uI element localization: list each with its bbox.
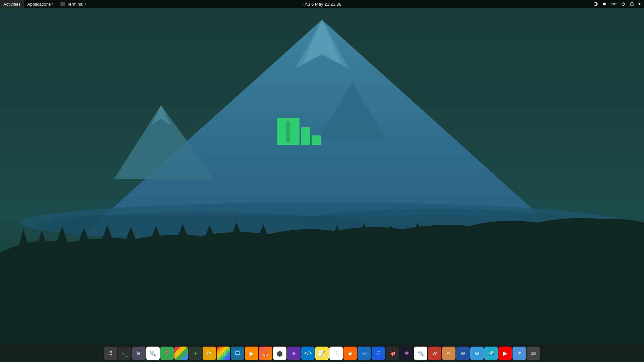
clock-display: Thu 6 May 21:23:38 [303,2,341,7]
lang-arrow: ▾ [615,2,617,6]
applications-arrow: ▾ [52,2,54,6]
chrome-alt-button[interactable] [174,347,188,360]
dock: ⠿>_🖩🔍📍+🗁⬡🖼▶🦊⬤⊕</>📝T◉✉🛡🐙👾🔍W✏W✉🌍▶⚗⌨ [0,345,644,362]
firefox-button[interactable]: 🦊 [259,347,272,360]
svg-text:>_: >_ [61,3,64,6]
octoface-button[interactable]: 👾 [400,347,413,360]
terminal-menu[interactable]: >_ Terminal ▾ [57,0,90,8]
network-icon[interactable] [592,0,600,8]
lookin-button[interactable]: 🔍 [414,347,427,360]
typora-button[interactable]: T [329,347,343,360]
keyboard-button[interactable]: ⌨ [527,347,540,360]
language-label: en [611,2,615,6]
imgviewer-button[interactable]: 🖼 [231,347,244,360]
terminal-arrow: ▾ [85,2,87,6]
topbar: Activities Applications ▾ >_ Terminal ▾ … [0,0,644,8]
stickynotes-button[interactable]: 📝 [315,347,329,360]
applications-label: Applications [27,2,51,7]
geo-button[interactable]: 🌍 [484,347,498,360]
mailspring-button[interactable]: ✉ [470,347,484,360]
bitwarden-button[interactable]: 🛡 [372,347,385,360]
calculator-button[interactable]: 🖩 [132,347,146,360]
app-grid-button[interactable]: ⠿ [104,347,117,360]
pencil-button[interactable]: ✏ [442,347,455,360]
applications-menu[interactable]: Applications ▾ [24,0,57,8]
vscode-button[interactable]: </> [301,347,315,360]
language-selector[interactable]: en ▾ [609,0,619,8]
terminal-label: Terminal [67,2,83,7]
image-viewer-button[interactable]: 🔍 [146,347,160,360]
vlc-button[interactable]: ▶ [245,347,258,360]
system-tray: en ▾ ▾ [592,0,644,8]
maps-button[interactable]: 📍 [160,347,174,360]
tray-expand[interactable]: ▾ [637,0,642,8]
add-button[interactable]: + [189,347,202,360]
pixelshot-button[interactable]: ⬡ [217,347,230,360]
wallpaper [0,8,644,349]
svg-rect-49 [279,121,286,142]
svg-rect-46 [312,135,321,145]
terminal-button[interactable]: >_ [118,347,131,360]
activities-label: Activities [3,2,20,7]
svg-rect-50 [290,121,297,142]
power-icon[interactable] [619,0,627,8]
terminal-icon: >_ [60,2,65,6]
rss-button[interactable]: ◉ [343,347,357,360]
chrome-button[interactable]: ⬤ [273,347,286,360]
clock: Thu 6 May 21:23:38 [303,2,341,7]
activities-button[interactable]: Activities [0,0,24,8]
kmail-button[interactable]: ✉ [358,347,371,360]
svg-marker-5 [603,2,605,6]
volume-icon[interactable] [600,0,608,8]
wps-word-button[interactable]: W [456,347,470,360]
svg-rect-45 [301,127,310,145]
wps-writer-button[interactable]: W [428,347,441,360]
ep-button[interactable]: ⊕ [287,347,301,360]
youtube-button[interactable]: ▶ [498,347,512,360]
files-button[interactable]: 🗁 [203,347,216,360]
notification-icon[interactable] [628,0,636,8]
chem-button[interactable]: ⚗ [513,347,526,360]
octopi-button[interactable]: 🐙 [386,347,399,360]
